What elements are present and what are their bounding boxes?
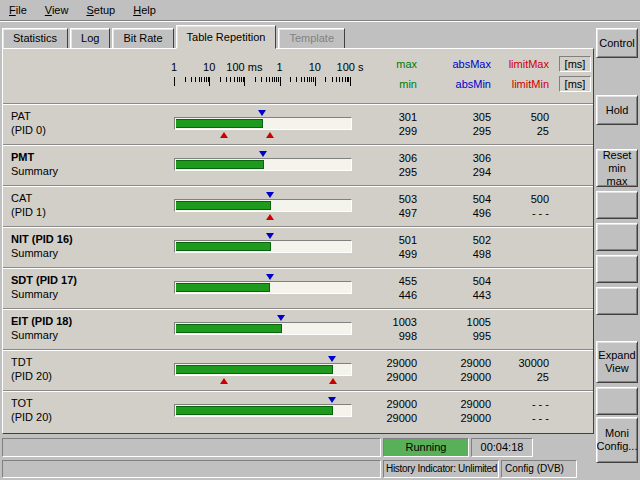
- absmax-value: 29000: [427, 397, 491, 411]
- run-status-badge: Running: [383, 438, 469, 457]
- repetition-bar-track: [174, 158, 352, 171]
- config-indicator: Config (DVB): [501, 460, 577, 478]
- col-header-absmax: absMax: [427, 58, 491, 70]
- min-value: 295: [359, 165, 417, 179]
- max-value: 455: [359, 274, 417, 288]
- col-header-min: min: [359, 78, 417, 90]
- absmax-marker-icon: [258, 110, 266, 116]
- repetition-bar-track: [174, 117, 352, 130]
- softkey-blank[interactable]: [596, 287, 638, 315]
- limitmax-value: 500: [497, 110, 549, 124]
- absmax-marker-icon: [266, 233, 274, 239]
- absmin-value: 294: [427, 165, 491, 179]
- row-name: SDT (PID 17): [11, 273, 77, 287]
- repetition-bar-track: [174, 281, 352, 294]
- tab-log[interactable]: Log: [70, 28, 110, 48]
- min-value: 998: [359, 329, 417, 343]
- repetition-bar-track: [174, 404, 352, 417]
- softkey-control[interactable]: Control: [596, 28, 638, 58]
- absmax-marker-icon: [328, 356, 336, 362]
- softkey-blank[interactable]: [596, 255, 638, 283]
- limit-marker-icon: [266, 132, 274, 138]
- tab-template: Template: [278, 28, 345, 48]
- absmax-marker-icon: [266, 192, 274, 198]
- max-value: 301: [359, 110, 417, 124]
- table-row-eit-pid-18: EIT (PID 18)Summary10039981005995: [3, 308, 593, 349]
- absmax-marker-icon: [328, 397, 336, 403]
- table-row-cat: CAT(PID 1)503497504496500- - -: [3, 185, 593, 226]
- absmax-value: 504: [427, 274, 491, 288]
- absmax-marker-icon: [277, 315, 285, 321]
- row-name: EIT (PID 18): [11, 314, 72, 328]
- limitmax-value: 500: [497, 192, 549, 206]
- row-name: PMT: [11, 150, 58, 164]
- elapsed-time: 00:04:18: [471, 438, 533, 457]
- repetition-bar: [176, 283, 270, 292]
- unit-ms-top: [ms]: [559, 56, 591, 72]
- menu-item-view[interactable]: View: [36, 1, 78, 19]
- absmin-value: 295: [427, 124, 491, 138]
- tab-statistics[interactable]: Statistics: [2, 28, 68, 48]
- absmin-value: 995: [427, 329, 491, 343]
- menu-item-setup[interactable]: Setup: [77, 1, 124, 19]
- tab-bit-rate[interactable]: Bit Rate: [112, 28, 173, 48]
- min-value: 497: [359, 206, 417, 220]
- table-row-pmt: PMTSummary306295306294: [3, 144, 593, 185]
- row-name: TOT: [11, 396, 52, 410]
- limitmin-value: 25: [497, 124, 549, 138]
- table-row-tdt: TDT(PID 20)290002900029000290003000025: [3, 349, 593, 390]
- col-header-absmin: absMin: [427, 78, 491, 90]
- time-scale-labels: 110100 ms110100 s: [174, 61, 351, 74]
- row-sublabel: Summary: [11, 328, 72, 342]
- row-name: PAT: [11, 109, 46, 123]
- min-value: 29000: [359, 370, 417, 384]
- limitmax-value: 30000: [497, 356, 549, 370]
- softkey-blank[interactable]: [596, 223, 638, 251]
- row-name: NIT (PID 16): [11, 232, 73, 246]
- softkey-expand-view[interactable]: Expand View: [596, 341, 638, 383]
- limitmax-value: - - -: [497, 397, 549, 411]
- scale-label: 10: [309, 61, 321, 73]
- app-window: FileViewSetupHelp StatisticsLogBit RateT…: [0, 0, 640, 480]
- absmin-value: 29000: [427, 411, 491, 425]
- menu-item-help[interactable]: Help: [124, 1, 165, 19]
- absmax-value: 29000: [427, 356, 491, 370]
- max-value: 306: [359, 151, 417, 165]
- absmin-value: 29000: [427, 370, 491, 384]
- history-indicator: History Indicator: Unlimited: [383, 460, 499, 478]
- repetition-bar-track: [174, 322, 352, 335]
- scale-ruler: [174, 77, 352, 89]
- softkey-reset-min-max[interactable]: Reset min max: [596, 149, 638, 187]
- max-value: 1003: [359, 315, 417, 329]
- min-value: 446: [359, 288, 417, 302]
- table-row-pat: PAT(PID 0)30129930529550025: [3, 103, 593, 144]
- repetition-bar: [176, 119, 263, 128]
- menu-item-file[interactable]: File: [0, 1, 36, 19]
- max-value: 29000: [359, 356, 417, 370]
- scale-label: 1: [171, 61, 177, 73]
- repetition-bar-track: [174, 363, 352, 376]
- max-value: 503: [359, 192, 417, 206]
- col-header-max: max: [359, 58, 417, 70]
- softkey-column: ControlHoldReset min maxExpand ViewMoni …: [596, 0, 638, 480]
- scale-label: 100 ms: [226, 61, 262, 73]
- limitmin-value: - - -: [497, 206, 549, 220]
- softkey-blank[interactable]: [596, 387, 638, 415]
- limitmin-value: - - -: [497, 411, 549, 425]
- row-sublabel: (PID 1): [11, 205, 46, 219]
- repetition-bar-track: [174, 199, 352, 212]
- repetition-bar: [176, 201, 271, 210]
- softkey-hold[interactable]: Hold: [596, 95, 638, 125]
- max-value: 29000: [359, 397, 417, 411]
- menu-bar: FileViewSetupHelp: [0, 0, 640, 21]
- softkey-moni-config[interactable]: Moni Config...: [596, 417, 638, 463]
- col-header-limitmin: limitMin: [497, 78, 549, 90]
- col-header-limitmax: limitMax: [497, 58, 549, 70]
- tab-table-repetition[interactable]: Table Repetition: [176, 25, 277, 49]
- limit-marker-icon: [266, 214, 274, 220]
- repetition-bar-track: [174, 240, 352, 253]
- softkey-blank[interactable]: [596, 191, 638, 219]
- scale-label: 1: [277, 61, 283, 73]
- repetition-bar: [176, 365, 333, 374]
- absmax-value: 305: [427, 110, 491, 124]
